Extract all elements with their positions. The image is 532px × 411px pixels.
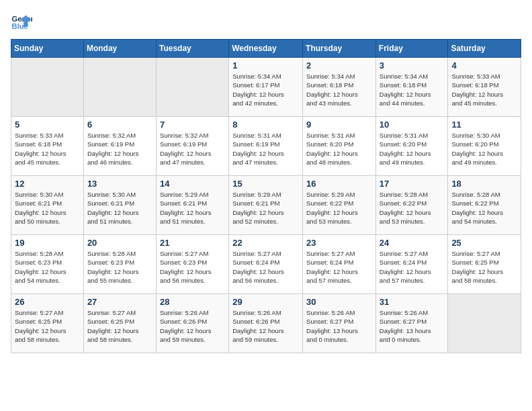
day-info: Sunrise: 5:31 AM Sunset: 6:19 PM Dayligh… xyxy=(232,131,299,167)
calendar-cell: 14Sunrise: 5:29 AM Sunset: 6:21 PM Dayli… xyxy=(156,176,228,235)
day-number: 21 xyxy=(160,238,225,248)
header-tuesday: Tuesday xyxy=(156,40,228,58)
header-wednesday: Wednesday xyxy=(229,40,303,58)
calendar-cell: 11Sunrise: 5:30 AM Sunset: 6:20 PM Dayli… xyxy=(448,117,521,176)
calendar-cell: 21Sunrise: 5:27 AM Sunset: 6:23 PM Dayli… xyxy=(156,235,228,294)
day-number: 18 xyxy=(451,179,517,189)
day-number: 6 xyxy=(87,120,152,130)
day-info: Sunrise: 5:27 AM Sunset: 6:25 PM Dayligh… xyxy=(15,308,80,344)
calendar-cell: 28Sunrise: 5:26 AM Sunset: 6:26 PM Dayli… xyxy=(156,294,228,353)
calendar-cell: 17Sunrise: 5:28 AM Sunset: 6:22 PM Dayli… xyxy=(375,176,448,235)
day-number: 3 xyxy=(380,60,445,71)
calendar-cell: 20Sunrise: 5:28 AM Sunset: 6:23 PM Dayli… xyxy=(83,235,156,294)
calendar-cell: 5Sunrise: 5:33 AM Sunset: 6:18 PM Daylig… xyxy=(11,117,84,176)
calendar-cell: 1Sunrise: 5:34 AM Sunset: 6:17 PM Daylig… xyxy=(229,58,303,117)
calendar-week-5: 26Sunrise: 5:27 AM Sunset: 6:25 PM Dayli… xyxy=(11,294,521,353)
day-info: Sunrise: 5:29 AM Sunset: 6:22 PM Dayligh… xyxy=(306,190,372,226)
calendar-cell: 30Sunrise: 5:26 AM Sunset: 6:27 PM Dayli… xyxy=(303,294,376,353)
day-info: Sunrise: 5:32 AM Sunset: 6:19 PM Dayligh… xyxy=(160,131,225,167)
calendar-cell: 29Sunrise: 5:26 AM Sunset: 6:26 PM Dayli… xyxy=(229,294,303,353)
day-info: Sunrise: 5:28 AM Sunset: 6:22 PM Dayligh… xyxy=(380,190,445,226)
calendar-cell xyxy=(83,58,156,117)
calendar-cell: 8Sunrise: 5:31 AM Sunset: 6:19 PM Daylig… xyxy=(229,117,303,176)
day-number: 12 xyxy=(15,179,80,189)
calendar-cell: 19Sunrise: 5:28 AM Sunset: 6:23 PM Dayli… xyxy=(11,235,84,294)
day-number: 24 xyxy=(380,238,445,248)
day-number: 15 xyxy=(232,179,299,189)
day-info: Sunrise: 5:34 AM Sunset: 6:17 PM Dayligh… xyxy=(232,72,299,107)
day-info: Sunrise: 5:27 AM Sunset: 6:24 PM Dayligh… xyxy=(306,249,372,285)
calendar-week-3: 12Sunrise: 5:30 AM Sunset: 6:21 PM Dayli… xyxy=(11,176,521,235)
calendar-cell: 22Sunrise: 5:27 AM Sunset: 6:24 PM Dayli… xyxy=(229,235,303,294)
day-number: 7 xyxy=(160,120,225,130)
day-number: 8 xyxy=(232,120,299,130)
day-info: Sunrise: 5:26 AM Sunset: 6:27 PM Dayligh… xyxy=(380,308,445,344)
day-number: 1 xyxy=(232,60,299,71)
day-info: Sunrise: 5:27 AM Sunset: 6:23 PM Dayligh… xyxy=(160,249,225,285)
calendar-cell: 23Sunrise: 5:27 AM Sunset: 6:24 PM Dayli… xyxy=(303,235,376,294)
day-info: Sunrise: 5:30 AM Sunset: 6:21 PM Dayligh… xyxy=(87,190,152,226)
calendar-cell: 4Sunrise: 5:33 AM Sunset: 6:18 PM Daylig… xyxy=(448,58,521,117)
day-info: Sunrise: 5:26 AM Sunset: 6:26 PM Dayligh… xyxy=(232,308,299,344)
day-number: 22 xyxy=(232,238,299,248)
calendar-cell: 15Sunrise: 5:29 AM Sunset: 6:21 PM Dayli… xyxy=(229,176,303,235)
day-number: 16 xyxy=(306,179,372,189)
day-number: 2 xyxy=(306,60,372,71)
calendar-cell: 26Sunrise: 5:27 AM Sunset: 6:25 PM Dayli… xyxy=(11,294,84,353)
day-number: 31 xyxy=(380,297,445,307)
day-number: 30 xyxy=(306,297,372,307)
calendar-header-row: SundayMondayTuesdayWednesdayThursdayFrid… xyxy=(11,40,521,58)
day-info: Sunrise: 5:29 AM Sunset: 6:21 PM Dayligh… xyxy=(232,190,299,226)
day-number: 26 xyxy=(15,297,80,307)
calendar-week-1: 1Sunrise: 5:34 AM Sunset: 6:17 PM Daylig… xyxy=(11,58,521,117)
calendar-week-4: 19Sunrise: 5:28 AM Sunset: 6:23 PM Dayli… xyxy=(11,235,521,294)
day-info: Sunrise: 5:27 AM Sunset: 6:25 PM Dayligh… xyxy=(87,308,152,344)
day-info: Sunrise: 5:27 AM Sunset: 6:25 PM Dayligh… xyxy=(451,249,517,285)
page-header: General Blue xyxy=(11,11,521,32)
day-number: 27 xyxy=(87,297,152,307)
day-number: 5 xyxy=(15,120,80,130)
header-friday: Friday xyxy=(375,40,448,58)
day-number: 10 xyxy=(380,120,445,130)
day-info: Sunrise: 5:30 AM Sunset: 6:20 PM Dayligh… xyxy=(451,131,517,167)
day-number: 20 xyxy=(87,238,152,248)
day-info: Sunrise: 5:26 AM Sunset: 6:26 PM Dayligh… xyxy=(160,308,225,344)
day-number: 29 xyxy=(232,297,299,307)
day-info: Sunrise: 5:32 AM Sunset: 6:19 PM Dayligh… xyxy=(87,131,152,167)
day-number: 11 xyxy=(451,120,517,130)
calendar-cell xyxy=(448,294,521,353)
day-info: Sunrise: 5:34 AM Sunset: 6:18 PM Dayligh… xyxy=(306,72,372,107)
calendar-week-2: 5Sunrise: 5:33 AM Sunset: 6:18 PM Daylig… xyxy=(11,117,521,176)
day-info: Sunrise: 5:30 AM Sunset: 6:21 PM Dayligh… xyxy=(15,190,80,226)
calendar-cell: 6Sunrise: 5:32 AM Sunset: 6:19 PM Daylig… xyxy=(83,117,156,176)
calendar-cell: 2Sunrise: 5:34 AM Sunset: 6:18 PM Daylig… xyxy=(303,58,376,117)
day-info: Sunrise: 5:28 AM Sunset: 6:23 PM Dayligh… xyxy=(87,249,152,285)
calendar-table: SundayMondayTuesdayWednesdayThursdayFrid… xyxy=(11,39,521,353)
day-number: 14 xyxy=(160,179,225,189)
day-info: Sunrise: 5:29 AM Sunset: 6:21 PM Dayligh… xyxy=(160,190,225,226)
day-info: Sunrise: 5:33 AM Sunset: 6:18 PM Dayligh… xyxy=(451,72,517,107)
calendar-cell: 25Sunrise: 5:27 AM Sunset: 6:25 PM Dayli… xyxy=(448,235,521,294)
day-info: Sunrise: 5:26 AM Sunset: 6:27 PM Dayligh… xyxy=(306,308,372,344)
calendar-cell: 9Sunrise: 5:31 AM Sunset: 6:20 PM Daylig… xyxy=(303,117,376,176)
calendar-cell: 12Sunrise: 5:30 AM Sunset: 6:21 PM Dayli… xyxy=(11,176,84,235)
day-number: 4 xyxy=(451,60,517,71)
day-number: 28 xyxy=(160,297,225,307)
calendar-cell: 27Sunrise: 5:27 AM Sunset: 6:25 PM Dayli… xyxy=(83,294,156,353)
header-thursday: Thursday xyxy=(303,40,376,58)
day-info: Sunrise: 5:31 AM Sunset: 6:20 PM Dayligh… xyxy=(380,131,445,167)
day-number: 17 xyxy=(380,179,445,189)
calendar-cell: 24Sunrise: 5:27 AM Sunset: 6:24 PM Dayli… xyxy=(375,235,448,294)
calendar-cell xyxy=(11,58,84,117)
day-number: 9 xyxy=(306,120,372,130)
header-sunday: Sunday xyxy=(11,40,84,58)
header-saturday: Saturday xyxy=(448,40,521,58)
logo: General Blue xyxy=(11,11,35,32)
calendar-cell: 31Sunrise: 5:26 AM Sunset: 6:27 PM Dayli… xyxy=(375,294,448,353)
day-info: Sunrise: 5:33 AM Sunset: 6:18 PM Dayligh… xyxy=(15,131,80,167)
calendar-cell: 7Sunrise: 5:32 AM Sunset: 6:19 PM Daylig… xyxy=(156,117,228,176)
day-info: Sunrise: 5:31 AM Sunset: 6:20 PM Dayligh… xyxy=(306,131,372,167)
day-number: 13 xyxy=(87,179,152,189)
calendar-cell xyxy=(156,58,228,117)
day-info: Sunrise: 5:27 AM Sunset: 6:24 PM Dayligh… xyxy=(232,249,299,285)
